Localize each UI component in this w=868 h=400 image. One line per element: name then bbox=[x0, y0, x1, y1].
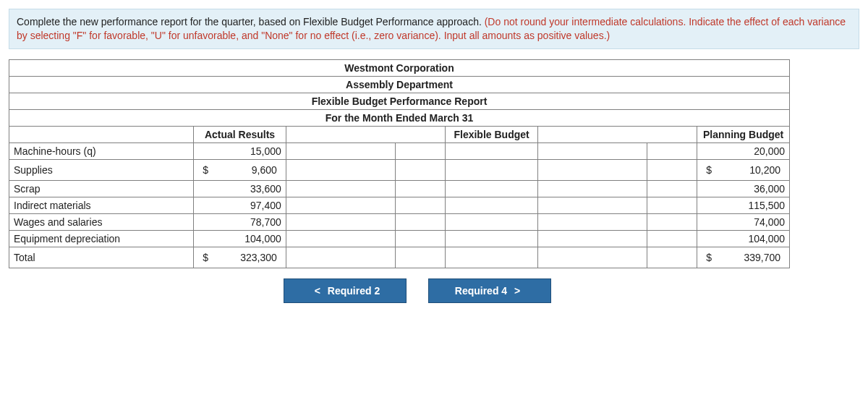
actfu-wages[interactable] bbox=[647, 213, 697, 230]
spvar-wages[interactable] bbox=[286, 213, 395, 230]
header-planning: Planning Budget bbox=[697, 126, 790, 142]
flex-equipment[interactable] bbox=[446, 230, 538, 247]
row-supplies: Supplies $9,600 $10,200 bbox=[9, 159, 790, 180]
dollar-sign-icon: $ bbox=[706, 164, 712, 176]
row-scrap: Scrap 33,600 36,000 bbox=[9, 180, 790, 197]
spfu-wages[interactable] bbox=[395, 213, 446, 230]
spvar-supplies[interactable] bbox=[286, 159, 395, 180]
actual-machine-hours: 15,000 bbox=[194, 142, 286, 159]
plan-scrap: 36,000 bbox=[697, 180, 790, 197]
spvar-equipment[interactable] bbox=[286, 230, 395, 247]
header-actual: Actual Results bbox=[194, 126, 286, 142]
actvar-equipment[interactable] bbox=[537, 230, 647, 247]
actfu-indirect-materials[interactable] bbox=[647, 197, 697, 213]
dollar-sign-icon: $ bbox=[203, 164, 208, 176]
actual-equipment: 104,000 bbox=[194, 230, 286, 247]
spfu-total[interactable] bbox=[395, 247, 446, 268]
spvar-scrap[interactable] bbox=[286, 180, 395, 197]
label-wages: Wages and salaries bbox=[9, 213, 194, 230]
actvar-machine-hours[interactable] bbox=[537, 142, 647, 159]
header-blank bbox=[9, 126, 194, 142]
spvar-machine-hours[interactable] bbox=[286, 142, 395, 159]
spfu-scrap[interactable] bbox=[395, 180, 446, 197]
actual-indirect-materials: 97,400 bbox=[194, 197, 286, 213]
actfu-machine-hours[interactable] bbox=[647, 142, 697, 159]
actfu-equipment[interactable] bbox=[647, 230, 697, 247]
spfu-supplies[interactable] bbox=[395, 159, 446, 180]
label-indirect-materials: Indirect materials bbox=[9, 197, 194, 213]
spfu-equipment[interactable] bbox=[395, 230, 446, 247]
row-machine-hours: Machine-hours (q) 15,000 20,000 bbox=[9, 142, 790, 159]
row-equipment: Equipment depreciation 104,000 104,000 bbox=[9, 230, 790, 247]
row-total: Total $323,300 $339,700 bbox=[9, 247, 790, 268]
plan-total: $339,700 bbox=[697, 247, 790, 268]
plan-equipment: 104,000 bbox=[697, 230, 790, 247]
title-row-2: Assembly Department bbox=[9, 76, 790, 93]
performance-report-table: Westmont Corporation Assembly Department… bbox=[9, 59, 790, 268]
report-title-company: Westmont Corporation bbox=[9, 59, 790, 76]
flex-supplies[interactable] bbox=[446, 159, 538, 180]
actfu-supplies[interactable] bbox=[647, 159, 697, 180]
report-title-dept: Assembly Department bbox=[9, 76, 790, 93]
spvar-indirect-materials[interactable] bbox=[286, 197, 395, 213]
prev-required-button[interactable]: < Required 2 bbox=[284, 278, 407, 303]
actvar-wages[interactable] bbox=[537, 213, 647, 230]
report-title-name: Flexible Budget Performance Report bbox=[9, 93, 790, 109]
header-flexible: Flexible Budget bbox=[446, 126, 538, 142]
next-required-button[interactable]: Required 4 > bbox=[428, 278, 551, 303]
actvar-supplies[interactable] bbox=[537, 159, 647, 180]
actual-total: $323,300 bbox=[194, 247, 286, 268]
instructions-banner: Complete the new performance report for … bbox=[9, 9, 859, 49]
column-header-row: Actual Results Flexible Budget Planning … bbox=[9, 126, 790, 142]
spfu-machine-hours[interactable] bbox=[395, 142, 446, 159]
plan-machine-hours: 20,000 bbox=[697, 142, 790, 159]
label-equipment: Equipment depreciation bbox=[9, 230, 194, 247]
chevron-right-icon: > bbox=[514, 285, 520, 297]
header-activity-variance[interactable] bbox=[537, 126, 697, 142]
actfu-total[interactable] bbox=[647, 247, 697, 268]
label-machine-hours: Machine-hours (q) bbox=[9, 142, 194, 159]
instructions-text-main: Complete the new performance report for … bbox=[17, 16, 485, 27]
title-row-4: For the Month Ended March 31 bbox=[9, 109, 790, 126]
prev-label: Required 2 bbox=[328, 285, 380, 297]
plan-indirect-materials: 115,500 bbox=[697, 197, 790, 213]
flex-wages[interactable] bbox=[446, 213, 538, 230]
spfu-indirect-materials[interactable] bbox=[395, 197, 446, 213]
actual-wages: 78,700 bbox=[194, 213, 286, 230]
header-spending-variance[interactable] bbox=[286, 126, 445, 142]
report-title-period: For the Month Ended March 31 bbox=[9, 109, 790, 126]
title-row-3: Flexible Budget Performance Report bbox=[9, 93, 790, 109]
label-scrap: Scrap bbox=[9, 180, 194, 197]
title-row-1: Westmont Corporation bbox=[9, 59, 790, 76]
dollar-sign-icon: $ bbox=[203, 252, 208, 263]
plan-wages: 74,000 bbox=[697, 213, 790, 230]
flex-scrap[interactable] bbox=[446, 180, 538, 197]
row-wages: Wages and salaries 78,700 74,000 bbox=[9, 213, 790, 230]
actual-scrap: 33,600 bbox=[194, 180, 286, 197]
actfu-scrap[interactable] bbox=[647, 180, 697, 197]
next-label: Required 4 bbox=[455, 285, 507, 297]
flex-indirect-materials[interactable] bbox=[446, 197, 538, 213]
actvar-total[interactable] bbox=[537, 247, 647, 268]
label-supplies: Supplies bbox=[9, 159, 194, 180]
actual-supplies: $9,600 bbox=[194, 159, 286, 180]
plan-supplies: $10,200 bbox=[697, 159, 790, 180]
label-total: Total bbox=[9, 247, 194, 268]
flex-total[interactable] bbox=[446, 247, 538, 268]
dollar-sign-icon: $ bbox=[706, 252, 712, 263]
flex-machine-hours[interactable] bbox=[446, 142, 538, 159]
actvar-scrap[interactable] bbox=[537, 180, 647, 197]
spvar-total[interactable] bbox=[286, 247, 395, 268]
nav-buttons: < Required 2 Required 4 > bbox=[284, 278, 859, 303]
chevron-left-icon: < bbox=[315, 285, 320, 297]
actvar-indirect-materials[interactable] bbox=[537, 197, 647, 213]
row-indirect-materials: Indirect materials 97,400 115,500 bbox=[9, 197, 790, 213]
